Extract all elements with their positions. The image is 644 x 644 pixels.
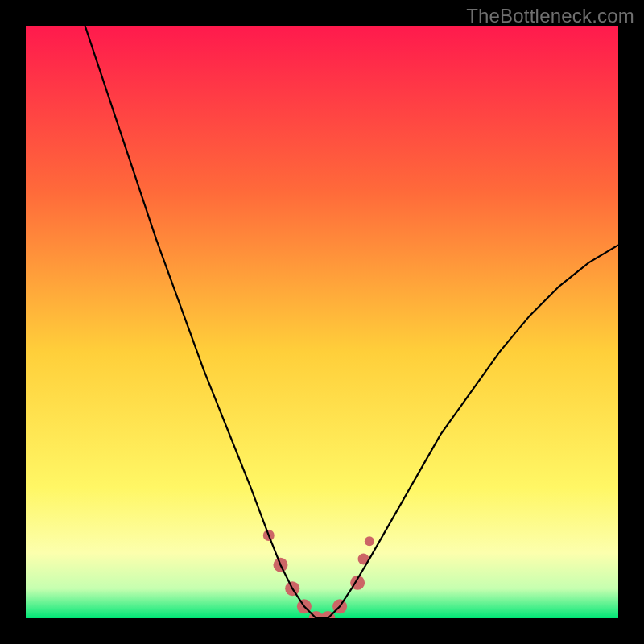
watermark-text: TheBottleneck.com [466, 5, 634, 27]
trough-marker [365, 536, 374, 546]
plot-area [26, 26, 618, 618]
chart-frame: TheBottleneck.com [0, 0, 644, 644]
chart-svg [26, 26, 618, 618]
